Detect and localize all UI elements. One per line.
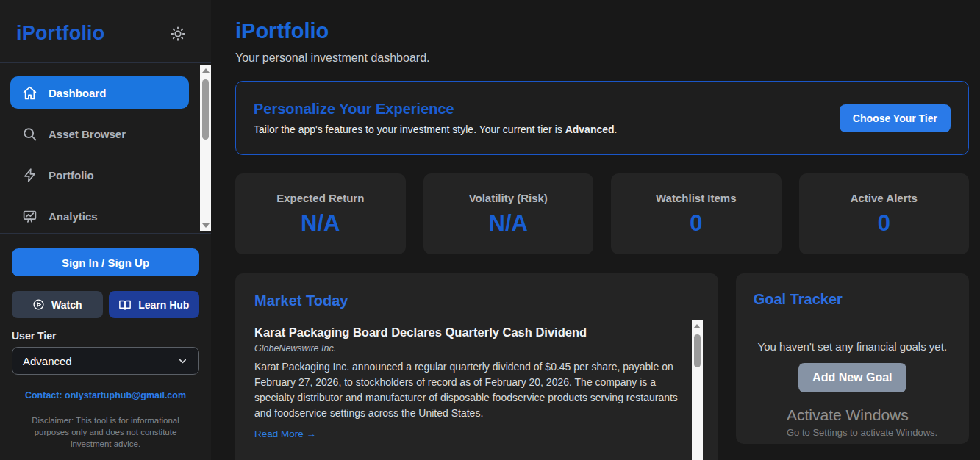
sign-in-button[interactable]: Sign In / Sign Up [12, 248, 199, 276]
personalize-banner: Personalize Your Experience Tailor the a… [235, 81, 969, 155]
sidebar-item-dashboard[interactable]: Dashboard [10, 76, 189, 109]
app-brand: iPortfolio [16, 22, 104, 45]
learn-hub-button-label: Learn Hub [138, 299, 189, 311]
stat-card-watchlist: Watchlist Items 0 [611, 173, 782, 254]
market-today-panel: Market Today Karat Packaging Board Decla… [235, 273, 718, 460]
stat-card-volatility: Volatility (Risk) N/A [423, 173, 594, 254]
goal-tracker-panel: Goal Tracker You haven't set any financi… [736, 273, 969, 444]
scrollbar-thumb[interactable] [694, 334, 701, 367]
sidebar-scrollbar[interactable] [200, 65, 211, 231]
stat-value: N/A [489, 210, 528, 237]
presentation-chart-icon [22, 209, 37, 224]
stats-row: Expected Return N/A Volatility (Risk) N/… [235, 173, 969, 254]
stat-card-expected-return: Expected Return N/A [235, 173, 406, 254]
main-content: iPortfolio Your personal investment dash… [211, 0, 980, 460]
search-icon [22, 126, 37, 142]
stat-label: Volatility (Risk) [469, 192, 548, 204]
sidebar-item-label: Analytics [49, 210, 98, 223]
sidebar-item-label: Portfolio [49, 169, 94, 182]
bottom-row: Market Today Karat Packaging Board Decla… [235, 273, 969, 460]
personalize-banner-subtitle: Tailor the app's features to your invest… [254, 123, 617, 135]
chevron-down-icon [177, 356, 188, 367]
sidebar-nav: Dashboard Asset Browser Portfolio [0, 63, 211, 234]
contact-link[interactable]: Contact: onlystartuphub@gmail.com [25, 390, 186, 400]
stat-card-alerts: Active Alerts 0 [799, 173, 970, 254]
disclaimer-text: Disclaimer: This tool is for information… [16, 414, 195, 450]
home-icon [22, 85, 37, 101]
watch-button-label: Watch [51, 299, 82, 311]
scrollbar-thumb[interactable] [202, 79, 209, 140]
goal-tracker-title: Goal Tracker [754, 291, 951, 308]
stat-label: Active Alerts [851, 192, 918, 204]
current-tier-value: Advanced [565, 123, 615, 135]
news-article: Karat Packaging Board Declares Quarterly… [254, 326, 686, 440]
learn-hub-button[interactable]: Learn Hub [109, 291, 200, 318]
stat-value: 0 [690, 210, 702, 237]
news-article-source: GlobeNewswire Inc. [254, 343, 686, 353]
goal-empty-text: You haven't set any financial goals yet. [754, 340, 951, 353]
sidebar-footer: Contact: onlystartuphub@gmail.com Discla… [0, 388, 211, 450]
sidebar-header: iPortfolio [0, 0, 211, 63]
sidebar-item-label: Asset Browser [49, 128, 126, 140]
news-article-title: Karat Packaging Board Declares Quarterly… [254, 326, 686, 339]
sidebar-item-analytics[interactable]: Analytics [10, 200, 189, 232]
stat-label: Expected Return [276, 192, 364, 204]
sidebar-item-label: Dashboard [49, 87, 106, 99]
personalize-banner-text: Personalize Your Experience Tailor the a… [254, 101, 617, 135]
sidebar-item-portfolio[interactable]: Portfolio [10, 159, 189, 191]
market-today-title: Market Today [254, 292, 686, 309]
read-more-link[interactable]: Read More → [254, 428, 316, 439]
user-tier-selected-value: Advanced [23, 355, 72, 367]
sidebar: iPortfolio Dashboard [0, 0, 211, 460]
page-title: iPortfolio [235, 19, 969, 43]
book-icon [118, 298, 132, 312]
play-circle-icon [32, 298, 45, 311]
choose-tier-button[interactable]: Choose Your Tier [840, 104, 951, 132]
stat-label: Watchlist Items [656, 192, 736, 204]
stat-value: N/A [301, 210, 340, 237]
page-subtitle: Your personal investment dashboard. [235, 51, 969, 65]
add-new-goal-button[interactable]: Add New Goal [798, 363, 906, 392]
scroll-up-arrow-icon[interactable] [693, 324, 701, 328]
sidebar-actions: Sign In / Sign Up Watch L [0, 234, 211, 375]
stat-value: 0 [878, 210, 890, 237]
watch-button[interactable]: Watch [12, 291, 103, 318]
news-article-summary: Karat Packaging Inc. announced a regular… [254, 359, 679, 421]
sun-icon[interactable] [170, 26, 186, 42]
lightning-icon [22, 168, 37, 183]
user-tier-select[interactable]: Advanced [12, 347, 199, 375]
personalize-banner-title: Personalize Your Experience [254, 101, 617, 118]
scroll-up-arrow-icon[interactable] [202, 68, 210, 73]
news-scrollbar[interactable] [692, 320, 703, 460]
user-tier-label: User Tier [12, 330, 199, 342]
sidebar-item-asset-browser[interactable]: Asset Browser [10, 118, 189, 150]
scroll-down-arrow-icon[interactable] [202, 223, 210, 228]
